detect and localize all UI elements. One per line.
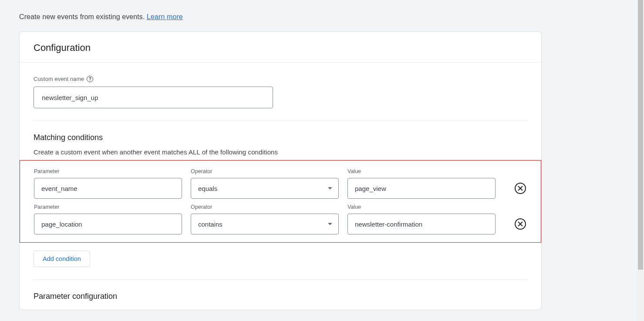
operator-label: Operator [191, 204, 339, 210]
scrollbar-thumb[interactable] [638, 0, 643, 270]
learn-more-link[interactable]: Learn more [147, 13, 183, 20]
card-body: Custom event name ? Matching conditions … [20, 63, 541, 310]
card-header: Configuration [20, 32, 541, 63]
operator-value: contains [198, 221, 223, 228]
remove-condition-button[interactable] [515, 183, 526, 194]
divider [34, 279, 527, 280]
condition-value-col: Value [347, 204, 496, 234]
help-icon[interactable]: ? [87, 76, 93, 82]
condition-operator-col: Operator equals [191, 168, 339, 199]
parameter-configuration-title: Parameter configuration [34, 292, 527, 301]
parameter-label: Parameter [34, 204, 182, 210]
operator-select[interactable]: contains [191, 214, 339, 234]
conditions-highlight-box: Parameter Operator equals Value [20, 160, 541, 243]
scrollbar-track[interactable] [637, 0, 644, 321]
intro-description: Create new events from existing events. [19, 13, 147, 20]
value-label: Value [347, 168, 496, 174]
close-icon [518, 221, 523, 227]
page-container: Create new events from existing events. … [0, 0, 644, 321]
condition-row: Parameter Operator contains Value [34, 204, 527, 234]
custom-event-name-label: Custom event name ? [34, 76, 527, 82]
parameter-input[interactable] [34, 178, 182, 199]
value-input[interactable] [347, 178, 496, 199]
chevron-down-icon [328, 223, 332, 225]
parameter-input[interactable] [34, 214, 182, 234]
matching-conditions-subtitle: Create a custom event when another event… [34, 148, 527, 156]
operator-value: equals [198, 185, 217, 192]
operator-select[interactable]: equals [191, 178, 339, 199]
operator-label: Operator [191, 168, 339, 174]
condition-operator-col: Operator contains [191, 204, 339, 234]
intro-text: Create new events from existing events. … [0, 0, 644, 31]
divider [34, 120, 527, 121]
configuration-card: Configuration Custom event name ? Matchi… [19, 31, 542, 310]
add-condition-button[interactable]: Add condition [34, 251, 90, 267]
custom-event-name-label-text: Custom event name [34, 76, 84, 82]
matching-conditions-title: Matching conditions [34, 133, 527, 142]
parameter-label: Parameter [34, 168, 182, 174]
value-label: Value [347, 204, 496, 210]
condition-value-col: Value [347, 168, 496, 199]
close-icon [518, 186, 523, 191]
condition-parameter-col: Parameter [34, 204, 182, 234]
remove-condition-button[interactable] [515, 218, 526, 230]
value-input[interactable] [347, 214, 496, 234]
custom-event-name-input[interactable] [34, 87, 273, 108]
condition-row: Parameter Operator equals Value [34, 168, 527, 199]
card-title: Configuration [34, 42, 527, 54]
chevron-down-icon [328, 187, 332, 190]
condition-parameter-col: Parameter [34, 168, 182, 199]
